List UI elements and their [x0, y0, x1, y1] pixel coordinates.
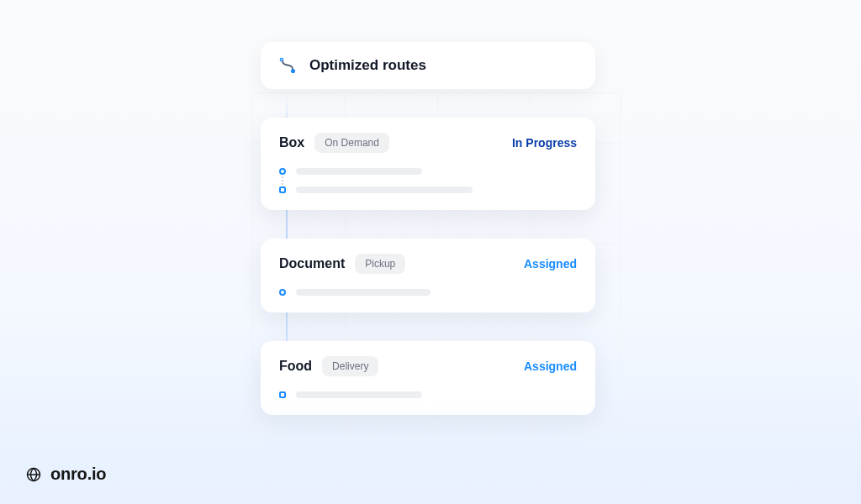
stops-list: [279, 391, 577, 398]
stop-placeholder: [296, 186, 473, 193]
brand: onro.io: [25, 465, 106, 484]
route-icon: [277, 55, 298, 76]
stop-item: [279, 168, 577, 175]
status-badge: In Progress: [512, 136, 577, 150]
route-card-head: Document Pickup Assigned: [279, 254, 577, 274]
stage: Optimized routes Box On Demand In Progre…: [261, 42, 595, 415]
stop-placeholder: [296, 168, 422, 175]
route-type-chip: On Demand: [314, 133, 389, 153]
globe-icon: [25, 466, 42, 483]
stop-connector: [282, 176, 283, 185]
stop-square-icon: [279, 186, 286, 193]
route-card-title: Document: [279, 256, 345, 271]
route-type-chip: Pickup: [355, 254, 405, 274]
route-card-title: Box: [279, 135, 304, 150]
stop-item: [279, 186, 577, 193]
stop-placeholder: [296, 391, 422, 398]
route-cards-list: Box On Demand In Progress Document: [261, 118, 595, 415]
route-card-head: Box On Demand In Progress: [279, 133, 577, 153]
stop-dot-icon: [279, 289, 286, 296]
stops-list: [279, 168, 577, 193]
bottom-fade-mask: [0, 403, 861, 504]
route-card-title: Food: [279, 359, 312, 374]
route-card-head: Food Delivery Assigned: [279, 356, 577, 376]
route-type-chip: Delivery: [322, 356, 378, 376]
stop-item: [279, 289, 577, 296]
status-badge: Assigned: [524, 257, 577, 270]
route-card[interactable]: Box On Demand In Progress: [261, 118, 595, 210]
stop-square-icon: [279, 391, 286, 398]
stop-dot-icon: [279, 168, 286, 175]
route-card[interactable]: Food Delivery Assigned: [261, 341, 595, 415]
status-badge: Assigned: [524, 360, 577, 373]
optimized-routes-header: Optimized routes: [261, 42, 595, 89]
svg-point-2: [281, 59, 283, 60]
stops-list: [279, 289, 577, 296]
brand-text: onro.io: [50, 465, 106, 484]
route-card[interactable]: Document Pickup Assigned: [261, 239, 595, 312]
stop-placeholder: [296, 289, 430, 296]
stop-item: [279, 391, 577, 398]
header-title: Optimized routes: [309, 57, 426, 74]
